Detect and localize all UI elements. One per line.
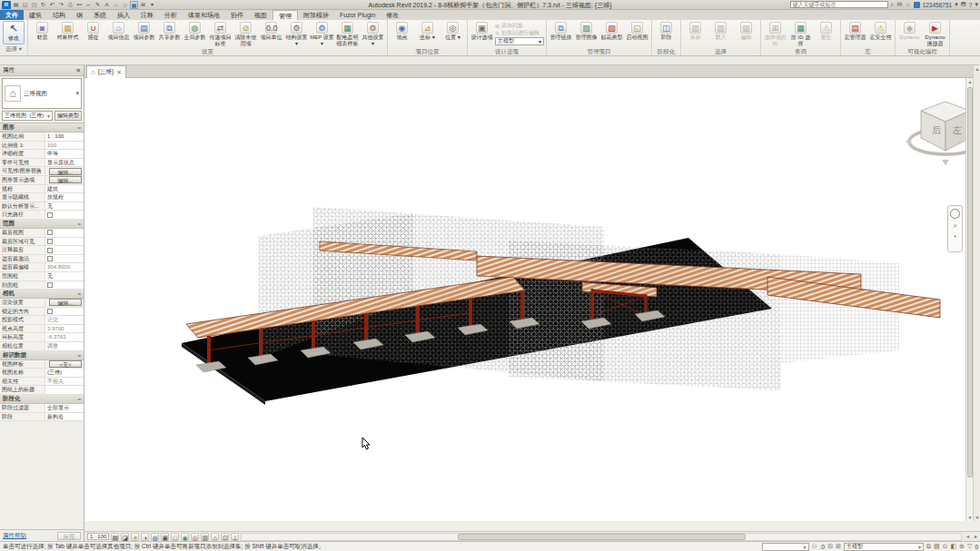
- show-crop-region-icon[interactable]: □: [171, 533, 179, 541]
- navbar-dropdown-icon[interactable]: ▾: [954, 233, 956, 239]
- select-panel-label[interactable]: 选择 ▾: [3, 44, 25, 53]
- macro-manager-button[interactable]: ▤宏管理器: [843, 21, 867, 41]
- customize-qat-icon[interactable]: ▾: [148, 1, 156, 9]
- tag-by-category-icon[interactable]: ✎: [94, 1, 102, 9]
- section-icon[interactable]: ◇: [121, 1, 129, 9]
- collapse-icon[interactable]: ≈: [77, 124, 81, 131]
- ribbon-tab-视图[interactable]: 视图: [249, 10, 272, 20]
- edit-button[interactable]: 编辑...: [49, 168, 83, 175]
- steering-wheel-icon[interactable]: [950, 209, 960, 219]
- undo-icon[interactable]: ↶: [48, 1, 56, 9]
- viewcube-face-left[interactable]: 后: [932, 125, 941, 135]
- property-value[interactable]: 不相关: [45, 378, 84, 386]
- default-3d-view-icon[interactable]: ⌂: [112, 1, 120, 9]
- close-view-icon[interactable]: ✕: [116, 69, 122, 76]
- design-options-button[interactable]: ▣设计选项: [470, 21, 494, 41]
- reveal-hidden-elements-icon[interactable]: ◎: [191, 533, 199, 541]
- modify-button[interactable]: ↖ 修改: [3, 21, 25, 44]
- property-value[interactable]: 3.9700: [45, 325, 84, 333]
- close-icon[interactable]: ✕: [76, 67, 81, 74]
- property-value[interactable]: 按规程: [45, 193, 84, 202]
- temporary-hide-isolate-icon[interactable]: ◉: [181, 533, 189, 541]
- print-icon[interactable]: ⎙: [66, 1, 74, 9]
- ribbon-tab-插入[interactable]: 插入: [112, 10, 135, 20]
- rendering-dialog-icon[interactable]: ◍: [151, 533, 159, 541]
- instance-selector[interactable]: 三维视图: (三维)▾: [2, 111, 53, 121]
- reveal-constraints-icon[interactable]: ⊥: [231, 533, 239, 541]
- property-value[interactable]: 显示原状态: [45, 159, 84, 167]
- decal-types-button[interactable]: ▧贴花类型: [599, 21, 624, 41]
- select-links-icon[interactable]: ⧉: [926, 543, 931, 550]
- select-underlay-elements-icon[interactable]: ▨: [934, 543, 940, 550]
- revit-logo-icon[interactable]: R: [2, 1, 11, 9]
- ribbon-tab-file[interactable]: 文件: [0, 10, 24, 20]
- position-button[interactable]: ◎位置 ▾: [441, 21, 465, 41]
- shared-parameters-button[interactable]: ⧉共享参数: [157, 21, 182, 41]
- project-parameters-button[interactable]: ▤项目参数: [132, 21, 156, 41]
- user-dropdown-icon[interactable]: ▾: [955, 1, 958, 8]
- property-value[interactable]: {三维}: [45, 369, 84, 377]
- object-styles-button[interactable]: ▦对象样式: [55, 21, 80, 41]
- measure-icon[interactable]: ⊷: [75, 1, 84, 9]
- checkbox[interactable]: [47, 230, 53, 235]
- collapse-icon[interactable]: ≈: [77, 352, 81, 359]
- shadows-icon[interactable]: ◑: [141, 533, 149, 541]
- manage-links-button[interactable]: ⧉管理链接: [549, 21, 573, 41]
- detail-level-icon[interactable]: ▤: [111, 533, 119, 541]
- vertical-scrollbar[interactable]: ▲ ▼: [965, 78, 973, 521]
- ribbon-tab-修改[interactable]: 修改: [381, 10, 404, 20]
- highlight-displacement-sets-icon[interactable]: ⊡: [221, 533, 229, 541]
- help-icon[interactable]: ?: [969, 2, 973, 8]
- transfer-project-standards-button[interactable]: ⇄传递项目标准: [208, 21, 233, 47]
- phases-button[interactable]: ◫阶段: [654, 21, 678, 41]
- property-section-阶段化[interactable]: 阶段化≈: [0, 395, 84, 404]
- property-value[interactable]: 中等: [45, 150, 84, 158]
- exchange-apps-icon[interactable]: ⛃: [961, 1, 966, 8]
- active-design-option-dropdown[interactable]: 主模型▾: [495, 37, 544, 45]
- ribbon-tab-管理[interactable]: 管理: [272, 10, 298, 20]
- edit-button[interactable]: <无>: [49, 360, 83, 368]
- text-icon[interactable]: A: [103, 1, 111, 9]
- macro-security-button[interactable]: ⚠宏安全性: [868, 21, 893, 41]
- signed-in-user[interactable]: 123456751: [923, 2, 953, 8]
- property-value[interactable]: 建筑: [45, 185, 84, 193]
- favorites-icon[interactable]: ☆: [905, 1, 910, 8]
- structural-settings-button[interactable]: ⚙结构设置 ▾: [284, 21, 309, 47]
- purge-unused-button[interactable]: ⊘清除未使用项: [233, 21, 258, 47]
- worksharing-display-icon[interactable]: ⊞: [836, 543, 841, 550]
- drag-elements-on-selection-icon[interactable]: ⊕: [959, 543, 965, 550]
- checkbox[interactable]: [47, 248, 53, 253]
- select-by-id-button[interactable]: ▦按 ID 选择: [788, 21, 813, 47]
- properties-help-link[interactable]: 属性帮助: [3, 532, 26, 540]
- viewcube[interactable]: 后 左: [902, 85, 965, 185]
- show-analytical-model-icon[interactable]: ⌂: [211, 533, 219, 541]
- property-section-范围[interactable]: 范围≈: [0, 220, 84, 229]
- view-tab-3d[interactable]: ⌂ {三维} ✕: [86, 65, 126, 78]
- visual-style-icon[interactable]: ◪: [121, 533, 129, 541]
- window-scrollbar[interactable]: ▲ ▼: [973, 65, 980, 521]
- horizontal-scrollbar[interactable]: [241, 533, 962, 541]
- ribbon-tab-附加模块[interactable]: 附加模块: [298, 10, 334, 20]
- property-value[interactable]: 无: [45, 202, 84, 211]
- ribbon-tab-系统[interactable]: 系统: [88, 10, 112, 20]
- sun-path-icon[interactable]: ☀: [131, 533, 139, 541]
- save-icon[interactable]: ◳: [30, 1, 38, 9]
- checkbox[interactable]: [47, 282, 53, 288]
- mep-settings-button[interactable]: ⚙MEP 设置 ▾: [310, 21, 334, 47]
- property-value[interactable]: 全部显示: [45, 404, 84, 412]
- panel-schedule-templates-button[interactable]: ▦配电盘明细表样板 ▾: [335, 21, 360, 47]
- crop-view-icon[interactable]: ▣: [161, 533, 169, 541]
- additional-settings-button[interactable]: ⚙其他设置 ▾: [361, 21, 385, 47]
- aligned-dimension-icon[interactable]: ⌐: [84, 1, 93, 9]
- drawing-area[interactable]: 后 左 ⌕ ▾: [84, 78, 965, 521]
- checkbox[interactable]: [47, 309, 53, 314]
- editing-requests-icon[interactable]: ⚇: [812, 543, 817, 550]
- design-option-dropdown[interactable]: 主模型▾: [844, 543, 924, 551]
- property-value[interactable]: -6.3763: [45, 333, 84, 341]
- scroll-right-icon[interactable]: ►: [972, 534, 980, 539]
- edit-button[interactable]: 编辑...: [49, 176, 83, 183]
- file-menu-icon[interactable]: ▤: [12, 1, 20, 9]
- ribbon-tab-体量和场地[interactable]: 体量和场地: [183, 10, 225, 20]
- property-value[interactable]: 1 : 100: [45, 133, 84, 141]
- ribbon-tab-Fuzor Plugin[interactable]: Fuzor Plugin: [334, 10, 381, 20]
